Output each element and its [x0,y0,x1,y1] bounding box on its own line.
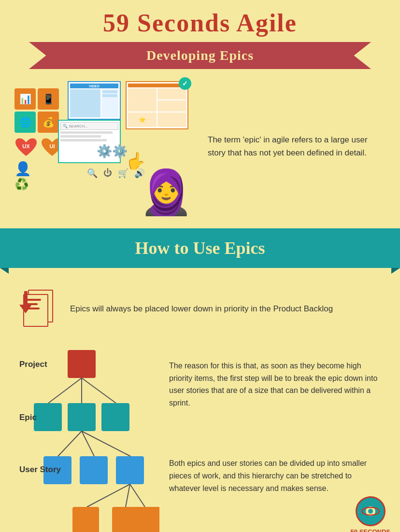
tree-svg: Project Epic User Story [19,345,159,532]
svg-rect-7 [68,403,96,431]
icon-box-2: 📱 [38,88,59,110]
icon-group: 📊 📱 🌐 💰 UX [14,88,64,191]
svg-line-11 [82,431,130,456]
svg-line-16 [126,484,130,507]
svg-rect-20 [135,507,159,532]
svg-text:Project: Project [19,360,47,369]
ribbon-right-wing [376,228,400,268]
how-to-ribbon: How to Use Epics [0,228,400,268]
ribbon-fold-right [391,268,400,274]
intro-section: 📊 📱 🌐 💰 UX [0,69,400,224]
right-text-column: The reason for this is that, as soon as … [169,345,381,532]
pointing-hand-icon: 👆 [126,151,146,170]
tree-diagram: Project Epic User Story [19,345,159,532]
checkmark-badge: ✓ [179,77,191,90]
search-icon: 🔍 [87,168,98,179]
ux-heart: UX [14,137,38,158]
svg-text:Epic: Epic [19,413,37,422]
svg-rect-18 [72,507,99,532]
recycle-icon: ♻️ [14,178,64,191]
icon-box-3: 🌐 [14,112,36,133]
illustration: 📊 📱 🌐 💰 UX [14,79,198,214]
developing-banner-text: Developing Epics [146,48,254,63]
svg-rect-8 [101,403,129,431]
logo-circle [356,496,386,526]
gears-icon: ⚙️⚙️ [97,144,128,159]
svg-text:UI: UI [50,143,55,149]
ux-ui-group: UX UI [14,137,64,158]
svg-line-3 [48,378,82,403]
page-header: 59 Seconds Agile [0,0,400,37]
developing-banner: Developing Epics [29,42,371,69]
wireframe-1: VIDEO [68,81,121,120]
character-figure: 🧕 [139,170,193,214]
tree-section: Project Epic User Story The reason for t… [19,340,381,532]
doc-icon-container [19,287,60,331]
icon-box-1: 📊 [14,88,36,110]
svg-rect-19 [112,507,139,532]
svg-line-9 [58,431,82,456]
logo-icon [361,502,380,521]
intro-text: The term 'epic' in agile refers to a lar… [208,133,386,159]
power-icon: ⏻ [103,168,112,179]
wireframe-3: ⭐ [126,81,188,129]
how-to-ribbon-text: How to Use Epics [135,238,265,258]
app-title: 59 Seconds Agile [0,9,400,37]
ribbon-left-wing [0,228,24,268]
ribbon-fold-left [0,268,9,274]
person-icon: 👤 [14,161,64,177]
logo-container: 59 SECONDS Agile [351,496,390,532]
icon-box-4: 💰 [38,112,59,133]
svg-line-5 [82,378,116,403]
down-arrow-icon [19,291,32,313]
svg-rect-14 [116,456,144,484]
svg-text:UX: UX [22,143,30,149]
svg-line-15 [87,484,130,507]
hierarchy-explanation-text: Both epics and user stories can be divid… [169,457,381,494]
svg-rect-2 [68,350,96,378]
logo-number: 59 SECONDS [351,528,390,532]
backlog-section: Epics will always be placed lower down i… [19,282,381,340]
how-to-section: Epics will always be placed lower down i… [0,273,400,532]
svg-rect-13 [80,456,108,484]
svg-text:User Story: User Story [19,465,61,474]
priority-explanation-text: The reason for this is that, as soon as … [169,360,381,409]
svg-line-17 [130,484,145,507]
backlog-text: Epics will always be placed lower down i… [70,303,333,315]
svg-rect-6 [34,403,62,431]
svg-point-26 [368,509,373,514]
